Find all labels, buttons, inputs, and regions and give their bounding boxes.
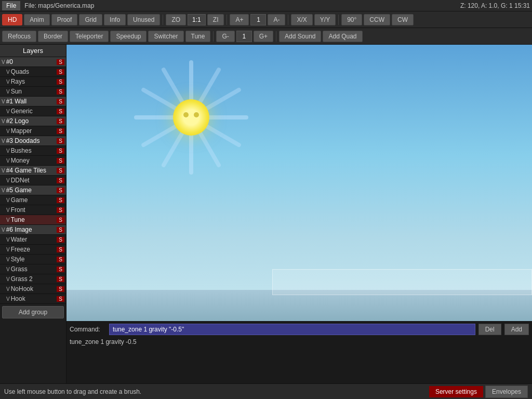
visibility-toggle[interactable]: V	[2, 227, 5, 233]
layer-settings-button[interactable]: S	[57, 257, 64, 262]
layer-item-generic[interactable]: V Generic S	[0, 107, 66, 116]
speedup-button[interactable]: Speedup	[110, 31, 147, 42]
server-settings-button[interactable]: Server settings	[429, 386, 483, 397]
layer-group--1-Wall[interactable]: V #1 Wall S	[0, 97, 66, 107]
zi-button[interactable]: ZI	[207, 14, 224, 25]
layer-settings-button[interactable]: S	[57, 197, 64, 203]
layer-settings-button[interactable]: S	[57, 237, 64, 243]
envelopes-button[interactable]: Envelopes	[485, 385, 528, 398]
ccw-button[interactable]: CCW	[364, 14, 390, 25]
layer-item-nohook[interactable]: V NoHook S	[0, 284, 66, 294]
layer-settings-button[interactable]: S	[57, 148, 64, 154]
layer-visibility[interactable]: V	[6, 296, 10, 302]
layer-item-hook[interactable]: V Hook S	[0, 294, 66, 304]
layer-settings-button[interactable]: S	[57, 178, 64, 183]
layer-item-game[interactable]: V Game S	[0, 195, 66, 205]
group-settings-button[interactable]: S	[57, 227, 64, 233]
add-quad-button[interactable]: Add Quad	[323, 31, 362, 42]
layers-header[interactable]: Layers	[0, 45, 66, 57]
layer-group--6-Image[interactable]: V #6 Image S	[0, 225, 66, 235]
layer-visibility[interactable]: V	[6, 217, 10, 223]
layer-item-money[interactable]: V Money S	[0, 156, 66, 166]
border-button[interactable]: Border	[38, 31, 68, 42]
layer-item-tune[interactable]: V Tune S	[0, 215, 66, 225]
grid-button[interactable]: Grid	[79, 14, 102, 25]
layer-group--4-Game-Tiles[interactable]: V #4 Game Tiles S	[0, 166, 66, 176]
a-plus-button[interactable]: A+	[230, 14, 249, 25]
group-settings-button[interactable]: S	[57, 59, 64, 65]
visibility-toggle[interactable]: V	[2, 168, 5, 174]
layer-visibility[interactable]: V	[6, 286, 10, 292]
add-group-button[interactable]: Add group	[2, 306, 64, 318]
layer-item-bushes[interactable]: V Bushes S	[0, 146, 66, 156]
cw-button[interactable]: CW	[392, 14, 414, 25]
xx-button[interactable]: X/X	[291, 14, 312, 25]
layer-settings-button[interactable]: S	[57, 267, 64, 272]
hd-button[interactable]: HD	[2, 14, 22, 25]
layer-visibility[interactable]: V	[6, 148, 10, 154]
layer-item-ddnet[interactable]: V DDNet S	[0, 176, 66, 185]
visibility-toggle[interactable]: V	[2, 59, 5, 65]
anim-button[interactable]: Anim	[24, 14, 49, 25]
deg90-button[interactable]: 90°	[341, 14, 362, 25]
yy-button[interactable]: Y/Y	[314, 14, 336, 25]
switcher-button[interactable]: Switcher	[148, 31, 183, 42]
layer-settings-button[interactable]: S	[57, 158, 64, 164]
layer-visibility[interactable]: V	[6, 158, 10, 164]
layer-item-sun[interactable]: V Sun S	[0, 87, 66, 97]
visibility-toggle[interactable]: V	[2, 118, 5, 124]
layer-settings-button[interactable]: S	[57, 247, 64, 252]
layer-visibility[interactable]: V	[6, 128, 10, 134]
layer-item-front[interactable]: V Front S	[0, 205, 66, 215]
layer-visibility[interactable]: V	[6, 257, 10, 262]
layer-visibility[interactable]: V	[6, 69, 10, 75]
refocus-button[interactable]: Refocus	[2, 31, 36, 42]
layer-item-mapper[interactable]: V Mapper S	[0, 126, 66, 136]
add-command-button[interactable]: Add	[504, 324, 529, 335]
layer-settings-button[interactable]: S	[57, 79, 64, 85]
group-settings-button[interactable]: S	[57, 118, 64, 124]
layer-visibility[interactable]: V	[6, 178, 10, 183]
g-minus-button[interactable]: G-	[216, 31, 234, 42]
layer-group--2-Logo[interactable]: V #2 Logo S	[0, 116, 66, 126]
layer-item-grass-2[interactable]: V Grass 2 S	[0, 274, 66, 284]
layer-visibility[interactable]: V	[6, 207, 10, 213]
visibility-toggle[interactable]: V	[2, 188, 5, 193]
command-input[interactable]	[109, 324, 475, 335]
tune-button[interactable]: Tune	[185, 31, 211, 42]
info-button[interactable]: Info	[104, 14, 126, 25]
map-view[interactable]	[66, 45, 532, 321]
zo-button[interactable]: ZO	[166, 14, 186, 25]
layer-visibility[interactable]: V	[6, 197, 10, 203]
del-button[interactable]: Del	[478, 324, 501, 335]
layer-item-grass[interactable]: V Grass S	[0, 264, 66, 274]
layer-visibility[interactable]: V	[6, 109, 10, 114]
layer-group--5-Game[interactable]: V #5 Game S	[0, 185, 66, 195]
teleporter-button[interactable]: Teleporter	[70, 31, 109, 42]
layer-item-freeze[interactable]: V Freeze S	[0, 245, 66, 255]
layer-item-water[interactable]: V Water S	[0, 235, 66, 245]
layer-settings-button[interactable]: S	[57, 276, 64, 282]
group-settings-button[interactable]: S	[57, 99, 64, 104]
layer-settings-button[interactable]: S	[57, 89, 64, 95]
layer-visibility[interactable]: V	[6, 79, 10, 85]
layer-settings-button[interactable]: S	[57, 109, 64, 114]
visibility-toggle[interactable]: V	[2, 138, 5, 144]
layer-settings-button[interactable]: S	[57, 296, 64, 302]
layer-settings-button[interactable]: S	[57, 128, 64, 134]
layer-settings-button[interactable]: S	[57, 217, 64, 223]
layer-visibility[interactable]: V	[6, 276, 10, 282]
layer-visibility[interactable]: V	[6, 247, 10, 252]
file-button[interactable]: File	[2, 1, 20, 10]
layer-settings-button[interactable]: S	[57, 286, 64, 292]
layer-item-rays[interactable]: V Rays S	[0, 77, 66, 87]
group-settings-button[interactable]: S	[57, 168, 64, 174]
layer-visibility[interactable]: V	[6, 89, 10, 95]
layer-item-quads[interactable]: V Quads S	[0, 67, 66, 77]
layer-group--0[interactable]: V #0 S	[0, 57, 66, 67]
layer-settings-button[interactable]: S	[57, 207, 64, 213]
layer-settings-button[interactable]: S	[57, 69, 64, 75]
group-settings-button[interactable]: S	[57, 138, 64, 144]
unused-button[interactable]: Unused	[127, 14, 160, 25]
proof-button[interactable]: Proof	[51, 14, 78, 25]
